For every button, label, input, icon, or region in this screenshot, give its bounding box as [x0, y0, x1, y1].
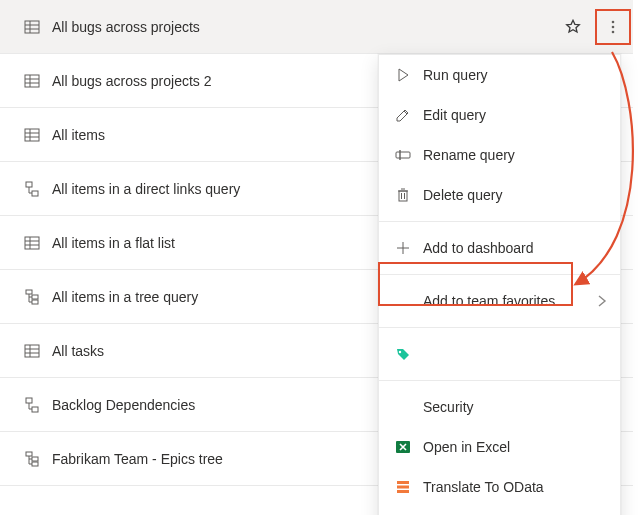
pencil-icon	[395, 107, 411, 123]
menu-add-to-dashboard[interactable]: Add to dashboard	[379, 228, 620, 268]
plus-icon	[395, 240, 411, 256]
more-actions-button[interactable]	[593, 7, 633, 47]
query-type-icon	[24, 19, 40, 35]
query-type-icon	[24, 289, 40, 305]
menu-security[interactable]: Security	[379, 387, 620, 427]
query-context-menu: Run query Edit query Rename query Delete…	[378, 54, 621, 515]
menu-label: Run query	[423, 67, 608, 83]
query-row[interactable]: All bugs across projects	[0, 0, 633, 54]
menu-open-in-excel[interactable]: Open in Excel	[379, 427, 620, 467]
menu-label: Translate To OData	[423, 479, 608, 495]
menu-run-query[interactable]: Run query	[379, 55, 620, 95]
menu-label: Edit query	[423, 107, 608, 123]
menu-label: Add to team favorites	[423, 293, 582, 309]
play-icon	[395, 67, 411, 83]
query-name: All bugs across projects	[52, 19, 553, 35]
excel-icon	[395, 439, 411, 455]
menu-label: Delete query	[423, 187, 608, 203]
favorite-star-icon[interactable]	[553, 19, 593, 35]
query-type-icon	[24, 451, 40, 467]
menu-label: Security	[423, 399, 608, 415]
query-type-icon	[24, 181, 40, 197]
menu-rename-query[interactable]: Rename query	[379, 135, 620, 175]
tag-icon	[395, 346, 411, 362]
query-type-icon	[24, 397, 40, 413]
odata-icon	[395, 479, 411, 495]
menu-tag[interactable]	[379, 334, 620, 374]
menu-add-to-team-favorites[interactable]: Add to team favorites	[379, 281, 620, 321]
menu-edit-query[interactable]: Edit query	[379, 95, 620, 135]
rename-icon	[395, 147, 411, 163]
menu-edit-query-wiql[interactable]: Edit query wiql	[379, 507, 620, 515]
chevron-right-icon	[594, 293, 608, 309]
menu-translate-to-odata[interactable]: Translate To OData	[379, 467, 620, 507]
menu-label: Rename query	[423, 147, 608, 163]
query-type-icon	[24, 73, 40, 89]
query-type-icon	[24, 235, 40, 251]
menu-delete-query[interactable]: Delete query	[379, 175, 620, 215]
menu-label: Add to dashboard	[423, 240, 608, 256]
menu-label: Open in Excel	[423, 439, 608, 455]
query-type-icon	[24, 343, 40, 359]
query-type-icon	[24, 127, 40, 143]
trash-icon	[395, 187, 411, 203]
